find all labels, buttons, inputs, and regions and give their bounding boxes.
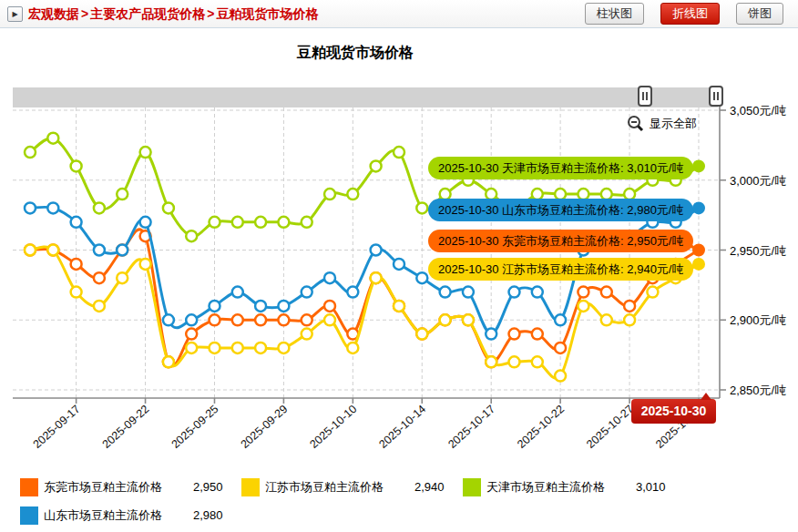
breadcrumb-item-agri-prices[interactable]: 主要农产品现货价格 (90, 6, 205, 21)
legend-item-jiangsu[interactable]: 江苏市场豆粕主流价格 2,940 (241, 477, 463, 496)
legend-value: 2,940 (414, 480, 445, 494)
breadcrumb-item-soymeal-spot[interactable]: 豆粕现货市场价格 (216, 6, 318, 21)
chart-panel: 豆粕现货市场价格 2,850元/吨2,900元/吨2,950元/吨3,000元/… (0, 28, 798, 532)
pie-chart-button[interactable]: 饼图 (736, 3, 783, 25)
svg-text:2025-10-27: 2025-10-27 (584, 403, 636, 451)
svg-text:2,900元/吨: 2,900元/吨 (730, 313, 786, 327)
svg-text:2025-10-22: 2025-10-22 (515, 403, 567, 451)
svg-text:2025-10-17: 2025-10-17 (445, 403, 497, 451)
svg-text:2025-09-29: 2025-09-29 (239, 403, 291, 451)
app-window: ▶ 宏观数据>主要农产品现货价格>豆粕现货市场价格 柱状图 折线图 饼图 豆粕现… (0, 0, 798, 532)
legend-label[interactable]: 天津市场豆粕主流价格 (486, 479, 605, 496)
bar-chart-button[interactable]: 柱状图 (585, 3, 644, 25)
svg-text:2,950元/吨: 2,950元/吨 (730, 244, 786, 258)
legend-swatch-orange[interactable] (20, 478, 38, 496)
legend-label[interactable]: 东莞市场豆粕主流价格 (44, 479, 162, 496)
breadcrumb-separator: > (79, 6, 90, 21)
legend-swatch-green[interactable] (463, 478, 481, 496)
highlighted-date-label: 2025-10-30 (631, 399, 716, 424)
legend-item-dongguan[interactable]: 东莞市场豆粕主流价格 2,950 (20, 477, 241, 496)
show-all-label[interactable]: 显示全部 (650, 116, 697, 132)
legend-item-tianjin[interactable]: 天津市场豆粕主流价格 3,010 (463, 477, 684, 496)
legend-label[interactable]: 山东市场豆粕主流价格 (44, 507, 162, 524)
legend-value: 2,980 (193, 508, 223, 522)
svg-text:2,850元/吨: 2,850元/吨 (730, 384, 786, 397)
svg-text:2025-10-10: 2025-10-10 (307, 403, 359, 451)
zoom-out-control[interactable]: 显示全部 (627, 115, 697, 132)
legend-value: 3,010 (636, 480, 666, 494)
breadcrumb-item-macro[interactable]: 宏观数据 (28, 6, 79, 21)
data-zoom-left-handle[interactable] (638, 86, 652, 107)
svg-text:2025-09-17: 2025-09-17 (31, 403, 83, 451)
tooltip-balloon-dongguan: 2025-10-30 东莞市场豆粕主流价格: 2,950元/吨 (428, 230, 693, 252)
legend-item-shandong[interactable]: 山东市场豆粕主流价格 2,980 (20, 506, 241, 525)
chart-legend: 东莞市场豆粕主流价格 2,950 江苏市场豆粕主流价格 2,940 天津市场豆粕… (20, 477, 712, 525)
collapse-arrow-icon[interactable]: ▶ (7, 6, 23, 22)
legend-swatch-yellow[interactable] (241, 478, 260, 496)
tooltip-balloon-jiangsu: 2025-10-30 江苏市场豆粕主流价格: 2,940元/吨 (428, 258, 693, 281)
magnifier-minus-icon[interactable] (627, 115, 644, 132)
legend-label[interactable]: 江苏市场豆粕主流价格 (265, 479, 384, 496)
legend-value: 2,950 (193, 480, 223, 494)
line-chart-button[interactable]: 折线图 (660, 3, 720, 25)
legend-swatch-blue[interactable] (20, 506, 38, 525)
svg-text:2025-09-22: 2025-09-22 (100, 403, 152, 451)
breadcrumb: 宏观数据>主要农产品现货价格>豆粕现货市场价格 (28, 0, 318, 27)
svg-text:3,050元/吨: 3,050元/吨 (730, 104, 786, 118)
data-zoom-scrollbar[interactable] (13, 87, 718, 107)
tooltip-balloon-shandong: 2025-10-30 山东市场豆粕主流价格: 2,980元/吨 (428, 199, 693, 221)
svg-text:3,000元/吨: 3,000元/吨 (730, 174, 786, 188)
svg-text:2025-09-25: 2025-09-25 (169, 403, 221, 451)
chart-title: 豆粕现货市场价格 (0, 44, 711, 63)
data-zoom-right-handle[interactable] (709, 86, 723, 107)
breadcrumb-separator: > (205, 6, 216, 21)
svg-text:2025-10-14: 2025-10-14 (376, 403, 428, 451)
header-bar: ▶ 宏观数据>主要农产品现货价格>豆粕现货市场价格 柱状图 折线图 饼图 (0, 0, 798, 28)
chart-type-button-group: 柱状图 折线图 饼图 (585, 3, 783, 25)
tooltip-balloon-tianjin: 2025-10-30 天津市场豆粕主流价格: 3,010元/吨 (428, 157, 693, 179)
